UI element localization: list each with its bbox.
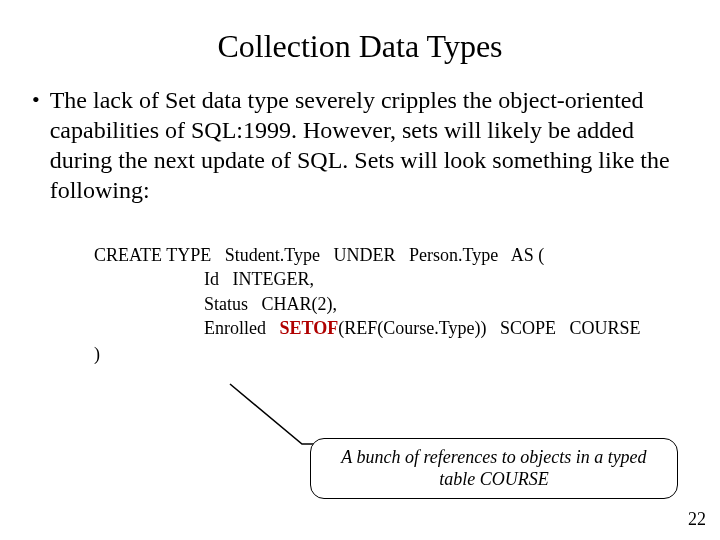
code-close-paren: )	[94, 344, 692, 365]
slide-title: Collection Data Types	[28, 28, 692, 65]
code-line-2: Id INTEGER,	[94, 267, 692, 291]
code-line-4: Enrolled SETOF(REF(Course.Type)) SCOPE C…	[94, 316, 692, 340]
page-number: 22	[688, 509, 706, 530]
callout-line-1: A bunch of references to objects in a ty…	[323, 447, 665, 469]
callout-course: COURSE	[480, 469, 549, 489]
slide: Collection Data Types • The lack of Set …	[0, 0, 720, 540]
bullet-item: • The lack of Set data type severely cri…	[32, 85, 684, 205]
code-l4-setof: SETOF	[279, 318, 338, 338]
code-line-3: Status CHAR(2),	[94, 292, 692, 316]
bullet-marker: •	[32, 86, 40, 114]
code-line-1: CREATE TYPE Student.Type UNDER Person.Ty…	[94, 243, 692, 267]
code-block: CREATE TYPE Student.Type UNDER Person.Ty…	[94, 243, 692, 340]
bullet-text: The lack of Set data type severely cripp…	[50, 85, 684, 205]
code-l4-post: (REF(Course.Type)) SCOPE COURSE	[338, 318, 640, 338]
code-l4-pre: Enrolled	[204, 318, 279, 338]
callout-line-2: table COURSE	[323, 469, 665, 491]
callout-box: A bunch of references to objects in a ty…	[310, 438, 678, 499]
